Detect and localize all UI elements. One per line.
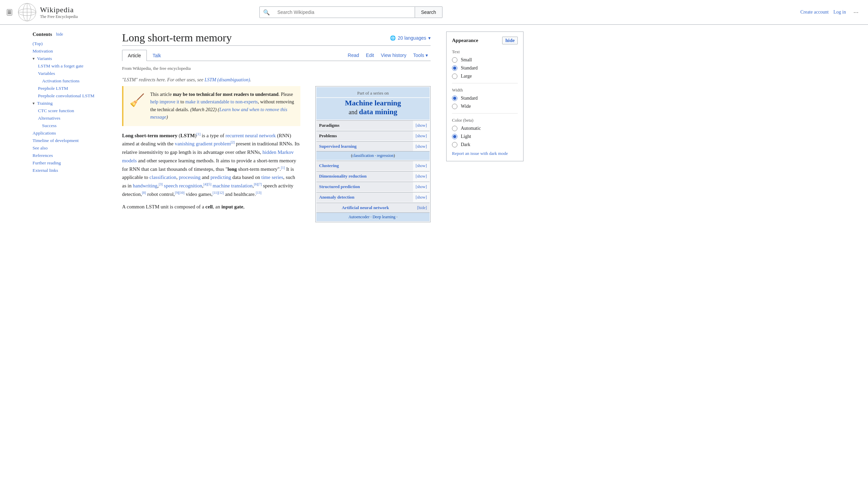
color-dark-option[interactable]: Dark	[452, 142, 518, 147]
disambiguation-link[interactable]: LSTM (disambiguation)	[204, 77, 250, 82]
appearance-hide-button[interactable]: hide	[502, 37, 518, 44]
clustering-show[interactable]: [show]	[413, 161, 430, 170]
speech-recognition-link[interactable]: speech recognition	[164, 183, 202, 188]
time-series-link[interactable]: time series	[261, 175, 283, 180]
toc-link-activation[interactable]: Activation functions	[42, 78, 80, 83]
width-wide-option[interactable]: Wide	[452, 104, 518, 109]
hidden-markov-link[interactable]: hidden Markov models	[122, 149, 294, 163]
help-improve-link[interactable]: help improve it	[150, 99, 179, 104]
toc-item-peephole: Peephole LSTM	[33, 85, 110, 92]
toc-link-ctc[interactable]: CTC score function	[38, 108, 74, 113]
toc-collapse-training[interactable]: ▾	[33, 101, 36, 106]
color-light-radio[interactable]	[452, 134, 457, 139]
toc-link-variables[interactable]: Variables	[38, 71, 55, 76]
tab-view-history[interactable]: View history	[378, 51, 409, 59]
wikipedia-logo-link[interactable]: Wikipedia The Free Encyclopedia	[18, 3, 78, 22]
text-small-radio[interactable]	[452, 57, 457, 63]
search-input[interactable]	[273, 7, 415, 18]
article-paragraph-2: A common LSTM unit is composed of a cell…	[122, 203, 300, 211]
anomaly-show[interactable]: [show]	[413, 193, 430, 202]
toc-link-training[interactable]: Training	[37, 101, 53, 106]
non-experts-link[interactable]: make it understandable to non-experts	[185, 99, 258, 104]
create-account-link[interactable]: Create account	[800, 9, 829, 15]
toc-link-external[interactable]: External links	[33, 168, 58, 173]
toc-link-lstm-forget[interactable]: LSTM with a forget gate	[38, 63, 83, 68]
toc-link-timeline[interactable]: Timeline of development	[33, 138, 79, 143]
ref-3[interactable]: [3]	[159, 182, 163, 186]
ref-1b[interactable]: [1]	[281, 166, 285, 169]
structured-show[interactable]: [show]	[413, 182, 430, 191]
text-small-option[interactable]: Small	[452, 57, 518, 63]
color-dark-radio[interactable]	[452, 142, 457, 147]
tab-talk[interactable]: Talk	[147, 50, 167, 61]
toc-collapse-variants[interactable]: ▾	[33, 56, 36, 61]
toc-link-alternatives[interactable]: Alternatives	[38, 116, 60, 121]
ann-link[interactable]: Artificial neural network	[342, 205, 389, 210]
technical-warning-box: 🧹 This article may be too technical for …	[122, 86, 300, 126]
tab-article[interactable]: Article	[122, 50, 147, 61]
machine-translation-link[interactable]: machine translation	[213, 183, 253, 188]
clustering-link[interactable]: Clustering	[319, 163, 339, 168]
ann-hide[interactable]: [hide]	[414, 203, 430, 212]
ref-8[interactable]: [8]	[142, 191, 146, 195]
color-light-option[interactable]: Light	[452, 134, 518, 139]
predicting-link[interactable]: predicting	[211, 175, 231, 180]
text-large-radio[interactable]	[452, 74, 457, 79]
dark-mode-issue-link[interactable]: Report an issue with dark mode	[452, 151, 518, 156]
toc-link-peephole-conv[interactable]: Peephole convolutional LSTM	[38, 93, 94, 98]
ref-67[interactable]: [6][7]	[254, 182, 262, 186]
classification-link[interactable]: classification	[150, 175, 176, 180]
ref-2[interactable]: [2]	[231, 140, 235, 144]
width-wide-radio[interactable]	[452, 104, 457, 109]
toc-link-peephole[interactable]: Peephole LSTM	[38, 86, 68, 91]
ref-910[interactable]: [9][10]	[175, 191, 184, 195]
text-standard-option[interactable]: Standard	[452, 65, 518, 71]
log-in-link[interactable]: Log in	[833, 9, 846, 15]
tab-tools[interactable]: Tools ▾	[410, 51, 431, 59]
ref-13[interactable]: [13]	[256, 191, 262, 195]
classification-sub-link[interactable]: classification	[352, 153, 374, 158]
text-standard-radio[interactable]	[452, 65, 457, 71]
regression-link[interactable]: regression	[377, 153, 393, 158]
dimensionality-link[interactable]: Dimensionality reduction	[319, 174, 367, 179]
remove-message-link[interactable]: Learn how and when to remove this messag…	[150, 107, 287, 120]
color-automatic-radio[interactable]	[452, 126, 457, 131]
supervised-show[interactable]: [show]	[413, 142, 430, 151]
width-standard-radio[interactable]	[452, 96, 457, 101]
color-automatic-option[interactable]: Automatic	[452, 126, 518, 131]
tab-read[interactable]: Read	[345, 51, 362, 59]
structured-link[interactable]: Structured prediction	[319, 184, 360, 189]
anomaly-link[interactable]: Anomaly detection	[319, 195, 354, 200]
dim-show[interactable]: [show]	[413, 172, 430, 181]
width-standard-option[interactable]: Standard	[452, 96, 518, 101]
language-link[interactable]: 🌐 20 languages ▾	[390, 35, 431, 41]
rnn-link[interactable]: recurrent neural network	[225, 133, 276, 138]
supervised-learning-link[interactable]: Supervised learning	[319, 144, 357, 149]
toc-hide-button[interactable]: hide	[56, 32, 63, 37]
toc-link-variants[interactable]: Variants	[37, 56, 52, 61]
vanishing-gradient-link[interactable]: vanishing gradient problem	[175, 141, 231, 146]
toc-link-references[interactable]: References	[33, 153, 53, 158]
ref-1[interactable]: [1]	[197, 132, 201, 136]
paradigms-show[interactable]: [show]	[413, 121, 430, 130]
search-button[interactable]: Search	[415, 6, 442, 18]
handwriting-link[interactable]: handwriting	[133, 183, 158, 188]
autoencoder-link[interactable]: Autoencoder	[349, 215, 370, 219]
problems-show[interactable]: [show]	[413, 131, 430, 141]
ref-1112[interactable]: [11][12]	[213, 191, 224, 195]
deep-learning-link[interactable]: Deep learning	[373, 215, 396, 219]
toc-link-top[interactable]: (Top)	[33, 41, 43, 46]
toc-link-motivation[interactable]: Motivation	[33, 48, 53, 54]
machine-learning-link[interactable]: Machine learning	[345, 99, 401, 107]
data-mining-link[interactable]: data mining	[359, 107, 397, 116]
ref-45[interactable]: [4][5]	[203, 182, 211, 186]
more-options-button[interactable]: ···	[851, 7, 861, 17]
processing-link[interactable]: processing	[179, 175, 200, 180]
toc-link-see-also[interactable]: See also	[33, 145, 48, 150]
tab-edit[interactable]: Edit	[363, 51, 377, 59]
hamburger-menu-button[interactable]: ☰	[7, 9, 12, 16]
text-large-option[interactable]: Large	[452, 74, 518, 79]
toc-link-applications[interactable]: Applications	[33, 130, 56, 136]
toc-link-further[interactable]: Further reading	[33, 160, 61, 165]
toc-link-success[interactable]: Success	[42, 123, 57, 128]
